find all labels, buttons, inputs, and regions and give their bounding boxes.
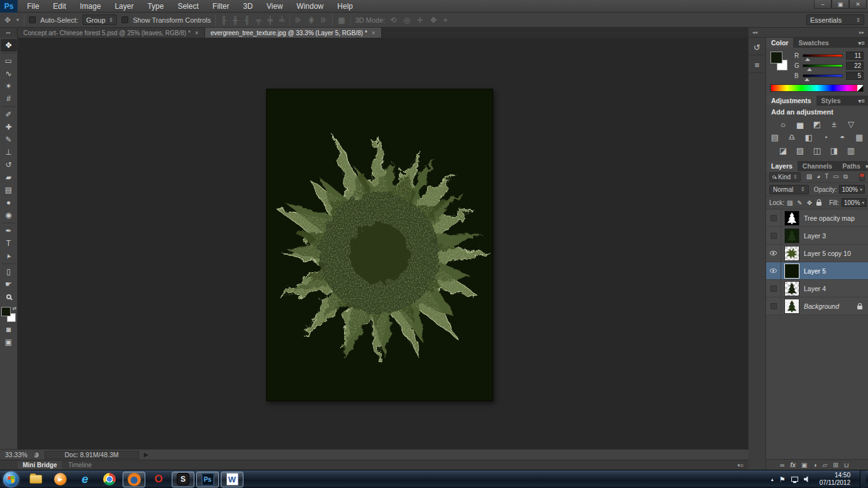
close-button[interactable]: ✕ bbox=[849, 0, 867, 9]
curves-icon[interactable]: ◩ bbox=[812, 119, 822, 129]
taskbar-photoshop[interactable]: Ps bbox=[196, 472, 219, 487]
taskbar-s-app[interactable]: S bbox=[172, 472, 194, 487]
menu-view[interactable]: View bbox=[260, 0, 290, 13]
auto-select-checkbox[interactable] bbox=[29, 16, 36, 23]
gradient-map-icon[interactable]: ◨ bbox=[829, 146, 839, 155]
healing-brush-tool[interactable]: ✚ bbox=[1, 121, 17, 133]
adjustments-panel-menu-icon[interactable]: ▾≡ bbox=[858, 96, 868, 106]
eraser-tool[interactable]: ▰ bbox=[1, 171, 17, 184]
fill-field[interactable]: 100% ▾ bbox=[842, 198, 867, 207]
filter-type-layers-icon[interactable]: T bbox=[825, 173, 828, 180]
menu-layer[interactable]: Layer bbox=[108, 0, 140, 13]
show-transform-controls-checkbox[interactable] bbox=[121, 16, 128, 23]
layer-row-layer-3[interactable]: Layer 3 bbox=[766, 227, 868, 245]
speaker-icon[interactable] bbox=[804, 476, 810, 482]
layer-thumbnail[interactable] bbox=[784, 228, 799, 243]
3d-roll-icon[interactable]: ◎ bbox=[403, 16, 410, 25]
layer-row-background[interactable]: Background bbox=[766, 297, 868, 315]
new-adjustment-layer-icon[interactable]: ◑ bbox=[813, 462, 817, 469]
layer-row-layer-4[interactable]: Layer 4 bbox=[766, 280, 868, 297]
taskbar-explorer[interactable] bbox=[25, 472, 47, 487]
move-tool[interactable]: ✥ bbox=[1, 39, 17, 52]
history-panel-icon[interactable]: ↺ bbox=[750, 40, 765, 55]
brush-tool[interactable]: ✎ bbox=[1, 133, 17, 146]
slider-thumb[interactable] bbox=[804, 78, 810, 81]
layer-visibility-toggle[interactable] bbox=[766, 209, 781, 226]
brightness-contrast-icon[interactable]: ☼ bbox=[778, 119, 788, 129]
layer-visibility-toggle[interactable] bbox=[766, 297, 781, 314]
layer-visibility-toggle[interactable] bbox=[766, 262, 781, 279]
rectangular-marquee-tool[interactable]: ▭ bbox=[1, 55, 17, 67]
taskbar-chrome[interactable] bbox=[98, 472, 121, 487]
strip-tab-timeline[interactable]: Timeline bbox=[63, 461, 96, 469]
align-horizontal-centers-icon[interactable]: ╫ bbox=[232, 16, 239, 25]
move-tool-preset-icon[interactable]: ✥ bbox=[4, 16, 11, 25]
align-left-edges-icon[interactable]: ╟ bbox=[220, 16, 227, 25]
swap-colors-icon[interactable]: ⇄ bbox=[13, 306, 17, 311]
restore-button[interactable]: ▣ bbox=[832, 0, 849, 9]
menu-3d[interactable]: 3D bbox=[236, 0, 259, 13]
quick-mask-button[interactable]: ◙ bbox=[1, 323, 17, 336]
blur-tool[interactable]: ● bbox=[1, 196, 17, 209]
lock-position-icon[interactable]: ✥ bbox=[807, 199, 812, 206]
adjustments-tab-styles[interactable]: Styles bbox=[816, 96, 846, 106]
align-vertical-centers-icon[interactable]: ╪ bbox=[267, 16, 274, 25]
layer-row-layer-5-copy-10[interactable]: Layer 5 copy 10 bbox=[766, 245, 868, 262]
align-bottom-edges-icon[interactable]: ╧ bbox=[279, 16, 286, 25]
layer-thumbnail[interactable] bbox=[784, 211, 799, 226]
align-right-edges-icon[interactable]: ╢ bbox=[243, 16, 250, 25]
strip-tab-mini-bridge[interactable]: Mini Bridge bbox=[18, 461, 62, 469]
layer-row-layer-5[interactable]: Layer 5 bbox=[766, 262, 868, 280]
layers-panel-menu-icon[interactable]: ▾≡ bbox=[865, 161, 868, 171]
layers-tab-layers[interactable]: Layers bbox=[766, 161, 798, 171]
channel-slider-r[interactable] bbox=[803, 54, 843, 57]
layer-thumbnail[interactable] bbox=[784, 246, 799, 261]
workspace-switcher[interactable]: Essentials ⇕ bbox=[806, 14, 864, 25]
tab-close-icon[interactable]: × bbox=[195, 30, 199, 36]
foreground-color-swatch[interactable] bbox=[771, 52, 782, 64]
color-spectrum-ramp[interactable] bbox=[771, 84, 864, 92]
quick-selection-tool[interactable]: ✶ bbox=[1, 80, 17, 92]
hand-tool[interactable]: ☛ bbox=[1, 278, 17, 291]
crop-tool[interactable]: # bbox=[1, 92, 17, 105]
menu-filter[interactable]: Filter bbox=[206, 0, 236, 13]
color-tab-color[interactable]: Color bbox=[766, 38, 793, 48]
tab-close-icon[interactable]: × bbox=[372, 30, 376, 36]
exposure-icon[interactable]: ± bbox=[829, 119, 839, 129]
taskbar-media-player[interactable]: ▶ bbox=[49, 472, 72, 487]
3d-camera-icon[interactable]: ⌖ bbox=[443, 16, 448, 25]
channel-value[interactable]: 11 bbox=[846, 52, 864, 60]
lock-transparent-pixels-icon[interactable]: ▨ bbox=[787, 199, 793, 206]
menu-file[interactable]: File bbox=[20, 0, 46, 13]
show-desktop-button[interactable] bbox=[860, 470, 865, 488]
path-selection-tool[interactable]: ➤ bbox=[1, 250, 17, 262]
layer-thumbnail[interactable] bbox=[784, 263, 799, 279]
menu-help[interactable]: Help bbox=[330, 0, 360, 13]
expand-panels-icon[interactable]: ▸▸ bbox=[859, 30, 864, 35]
invert-icon[interactable]: ◪ bbox=[778, 146, 788, 155]
start-button[interactable] bbox=[3, 472, 19, 487]
new-layer-icon[interactable]: ⊞ bbox=[833, 462, 838, 469]
clock[interactable]: 14:50 07/11/2012 bbox=[816, 472, 854, 487]
auto-select-scope-dropdown[interactable]: Group ⇕ bbox=[82, 14, 117, 25]
gradient-tool[interactable]: ▤ bbox=[1, 184, 17, 196]
posterize-icon[interactable]: ▨ bbox=[795, 146, 805, 155]
layer-visibility-toggle[interactable] bbox=[766, 245, 781, 262]
type-tool[interactable]: T bbox=[1, 237, 17, 250]
properties-panel-icon[interactable]: ≡ bbox=[750, 58, 765, 73]
layer-thumbnail[interactable] bbox=[784, 299, 799, 314]
color-balance-icon[interactable]: ♎ bbox=[787, 133, 797, 142]
channel-slider-g[interactable] bbox=[803, 64, 843, 67]
color-lookup-icon[interactable]: ▦ bbox=[854, 133, 864, 142]
tool-preset-dropdown-icon[interactable]: ▾ bbox=[16, 17, 19, 23]
add-layer-mask-icon[interactable]: ▣ bbox=[801, 462, 807, 469]
levels-icon[interactable]: ▅ bbox=[795, 119, 805, 129]
distribute-left-icon[interactable]: ⊪ bbox=[294, 16, 302, 25]
align-top-edges-icon[interactable]: ╤ bbox=[255, 16, 262, 25]
auto-align-layers-icon[interactable]: ▦ bbox=[337, 16, 345, 25]
photo-filter-icon[interactable]: ◔ bbox=[821, 133, 831, 142]
menu-image[interactable]: Image bbox=[73, 0, 108, 13]
zoom-tool[interactable] bbox=[1, 291, 17, 303]
layer-filter-toggle[interactable] bbox=[859, 173, 865, 181]
taskbar-internet-explorer[interactable]: e bbox=[74, 472, 96, 487]
